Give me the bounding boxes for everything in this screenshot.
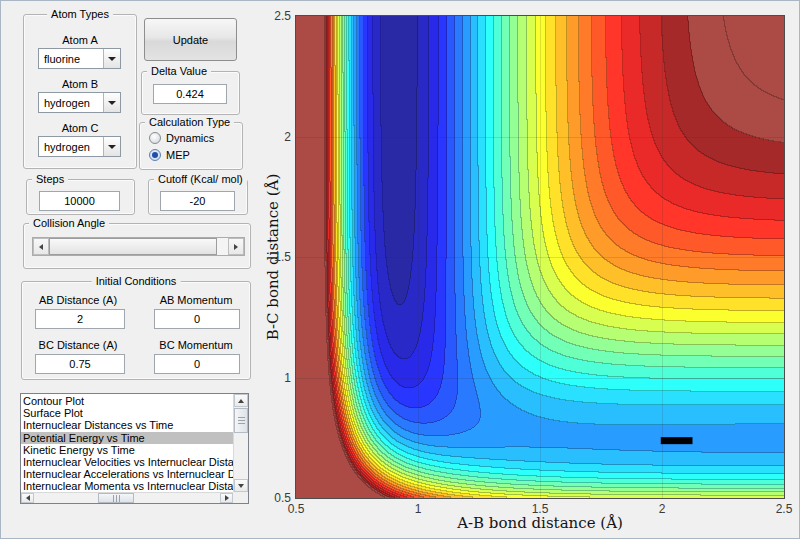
x-tick-label: 2.5 [776, 502, 793, 516]
slider-right-arrow-icon[interactable] [228, 238, 244, 255]
list-item[interactable]: Surface Plot [21, 407, 233, 419]
panel-title: Delta Value [147, 64, 211, 78]
left-arrow-glyph [26, 495, 30, 501]
vertical-scrollbar[interactable] [233, 394, 248, 492]
ic-field-label: AB Distance (A) [26, 294, 130, 306]
ic-field-3[interactable] [154, 354, 240, 374]
y-tick-label: 0.5 [274, 491, 291, 505]
update-button[interactable]: Update [144, 18, 237, 61]
y-tick-label: 2.5 [274, 9, 291, 23]
right-arrow-glyph [225, 495, 229, 501]
right-arrow-glyph [234, 244, 238, 250]
list-item[interactable]: Potential Energy vs Time [21, 432, 233, 444]
scroll-left-icon[interactable] [21, 493, 34, 503]
slider-track[interactable] [217, 238, 228, 255]
left-arrow-glyph [39, 244, 43, 250]
ic-field-label: BC Momentum [146, 339, 246, 351]
dropdown-value: hydrogen [39, 141, 103, 153]
panel-title: Collision Angle [29, 216, 109, 230]
ic-field-1[interactable] [154, 309, 240, 329]
list-item[interactable]: Internuclear Accelerations vs Internucle… [21, 468, 233, 480]
list-item[interactable]: Kinetic Energy vs Time [21, 444, 233, 456]
list-item[interactable]: Contour Plot [21, 395, 233, 407]
dropdown-value: hydrogen [39, 97, 103, 109]
horizontal-scrollbar-track[interactable] [134, 493, 220, 503]
atom-label: Atom B [24, 78, 136, 90]
ic-field-0[interactable] [35, 309, 125, 329]
chevron-down-icon[interactable] [103, 93, 120, 112]
atom-b-dropdown[interactable]: hydrogen [38, 92, 121, 113]
y-tick-label: 1 [284, 371, 291, 385]
panel-title: Cutoff (Kcal/ mol) [154, 172, 247, 186]
steps-field[interactable] [39, 191, 120, 211]
app-window: Atom Types Atom AfluorineAtom BhydrogenA… [0, 0, 800, 539]
x-tick-label: 2 [659, 502, 666, 516]
scroll-down-icon[interactable] [234, 479, 248, 492]
steps-panel: Steps [26, 179, 135, 215]
collision-angle-panel: Collision Angle [23, 223, 251, 269]
list-item[interactable]: Internuclear Distances vs Time [21, 419, 233, 431]
list-item[interactable]: Internuclear Velocities vs Internuclear … [21, 456, 233, 468]
cutoff-panel: Cutoff (Kcal/ mol) [148, 179, 248, 215]
delta-value-panel: Delta Value [141, 71, 240, 115]
panel-title: Steps [32, 172, 68, 186]
scroll-right-icon[interactable] [220, 493, 233, 503]
initial-conditions-panel: Initial Conditions AB Distance (A)AB Mom… [21, 281, 251, 380]
y-tick-label: 1.5 [274, 250, 291, 264]
atom-c-dropdown[interactable]: hydrogen [38, 136, 121, 157]
radio-icon [149, 132, 161, 144]
chevron-glyph [108, 145, 116, 149]
vertical-scrollbar-track[interactable] [234, 434, 248, 479]
chevron-down-icon[interactable] [103, 49, 120, 68]
atom-types-panel: Atom Types Atom AfluorineAtom BhydrogenA… [23, 14, 137, 169]
horizontal-scrollbar-track[interactable] [34, 493, 98, 503]
down-arrow-glyph [238, 484, 244, 488]
y-tick-label: 2 [284, 130, 291, 144]
vertical-scrollbar-thumb[interactable] [234, 408, 248, 433]
horizontal-scrollbar[interactable] [21, 492, 233, 503]
atom-label: Atom C [24, 122, 136, 134]
delta-value-field[interactable] [153, 84, 227, 104]
atom-types-body: Atom AfluorineAtom BhydrogenAtom Chydrog… [24, 15, 136, 168]
ic-field-label: AB Momentum [146, 294, 246, 306]
plot-type-list: Contour PlotSurface PlotInternuclear Dis… [21, 395, 233, 492]
ic-field-label: BC Distance (A) [26, 339, 130, 351]
chevron-glyph [108, 57, 116, 61]
radio-dynamics[interactable]: Dynamics [149, 132, 214, 144]
x-tick-label: 1.5 [532, 502, 549, 516]
slider-thumb[interactable] [49, 238, 217, 255]
radio-label: Dynamics [166, 132, 214, 144]
calculation-type-body: DynamicsMEP [140, 123, 242, 169]
up-arrow-glyph [238, 399, 244, 403]
horizontal-scrollbar-thumb[interactable] [98, 493, 134, 503]
cutoff-field[interactable] [160, 191, 235, 211]
initial-conditions-body: AB Distance (A)AB MomentumBC Distance (A… [22, 282, 250, 379]
x-tick-label: 1 [415, 502, 422, 516]
chevron-down-icon[interactable] [103, 137, 120, 156]
radio-mep[interactable]: MEP [149, 149, 190, 161]
radio-label: MEP [166, 149, 190, 161]
list-item[interactable]: Internuclear Momenta vs Internuclear Dis… [21, 480, 233, 492]
radio-icon [149, 149, 161, 161]
slider-left-arrow-icon[interactable] [33, 238, 49, 255]
collision-angle-slider[interactable] [32, 237, 245, 256]
atom-label: Atom A [24, 34, 136, 46]
chevron-glyph [108, 101, 116, 105]
dropdown-value: fluorine [39, 53, 103, 65]
contour-plot-canvas [295, 15, 785, 499]
plot-type-listbox[interactable]: Contour PlotSurface PlotInternuclear Dis… [20, 393, 249, 504]
scrollbar-corner [233, 492, 248, 503]
ic-field-2[interactable] [35, 354, 125, 374]
scroll-up-icon[interactable] [234, 394, 248, 407]
x-axis-label: A-B bond distance (Å) [457, 514, 623, 532]
atom-a-dropdown[interactable]: fluorine [38, 48, 121, 69]
calculation-type-panel: Calculation Type DynamicsMEP [139, 122, 243, 170]
